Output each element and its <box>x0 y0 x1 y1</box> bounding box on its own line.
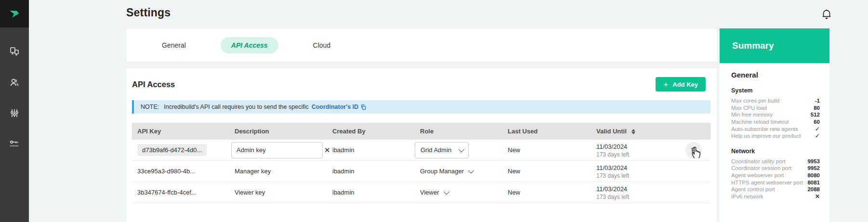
sidebar-item-users-icon[interactable] <box>4 72 25 92</box>
summary-section-general: General <box>731 71 820 79</box>
description-input-wrap: ✕ <box>231 142 323 158</box>
summary-row: Max cores per build-1 <box>731 97 820 104</box>
note-text: Incredibuild's API call requires you to … <box>164 104 308 110</box>
api-access-title: API Access <box>132 80 175 89</box>
valid-until-date: 11/03/2024 <box>596 143 683 151</box>
summary-row: Agent control port2088 <box>731 186 820 193</box>
incredibuild-settings-screen: Settings General API Access Cloud API Ac… <box>0 0 868 222</box>
col-header-api-key: API Key <box>132 128 229 135</box>
check-icon: ✓ <box>815 132 820 139</box>
note-prefix: NOTE: <box>141 104 159 110</box>
summary-group-system: System <box>731 87 820 94</box>
col-header-role: Role <box>415 128 502 135</box>
summary-value: 512 <box>811 112 820 118</box>
col-header-description: Description <box>229 128 327 135</box>
summary-label: Coordinator session port <box>731 165 791 171</box>
summary-row: Help us improve our product✓ <box>731 132 820 140</box>
role-value: Group Manager <box>420 168 464 175</box>
plus-icon: + <box>663 80 668 89</box>
summary-label: HTTPS agent webserver port <box>731 180 803 185</box>
chevron-down-icon <box>459 146 465 153</box>
sidebar-item-api-keys-icon[interactable] <box>4 134 25 154</box>
col-header-created-by: Created By <box>327 128 415 135</box>
summary-label: Agent control port <box>731 186 775 192</box>
role-dropdown[interactable]: Viewer <box>420 189 502 196</box>
description-input[interactable] <box>237 146 321 154</box>
summary-label: Max CPU load <box>731 105 767 111</box>
created-by-value: ibadmin <box>327 189 415 196</box>
summary-label: Min free memory <box>731 112 773 118</box>
summary-row: HTTPS agent webserver port8081 <box>731 179 820 186</box>
role-dropdown[interactable]: Grid Admin <box>415 142 469 158</box>
api-key-value[interactable]: 33ce95a3-d980-4b... <box>132 168 229 175</box>
col-header-valid-until[interactable]: Valid Until <box>591 128 683 135</box>
copy-icon[interactable] <box>360 104 367 110</box>
summary-title: Summary <box>732 40 774 51</box>
check-icon: ✓ <box>815 126 820 132</box>
summary-header: Summary <box>720 28 829 63</box>
tab-cloud[interactable]: Cloud <box>302 37 342 53</box>
role-dropdown[interactable]: Group Manager <box>420 168 502 175</box>
summary-label: Help us improve our product <box>731 133 801 139</box>
valid-until-label: Valid Until <box>596 128 627 135</box>
summary-label: Agent webserver port <box>731 172 784 178</box>
summary-value: 80 <box>814 105 820 111</box>
valid-until-cell: 11/03/2024 173 days left <box>591 163 683 180</box>
summary-value: -1 <box>815 98 820 104</box>
add-key-button[interactable]: + Add Key <box>656 77 706 91</box>
sidebar-nav <box>0 41 29 154</box>
description-value[interactable]: Viewer key <box>229 189 327 196</box>
role-value: Viewer <box>420 189 439 196</box>
summary-label: Max cores per build <box>731 98 779 104</box>
summary-row: Max CPU load80 <box>731 104 820 112</box>
summary-value: 9953 <box>807 158 820 164</box>
summary-panel: Summary General System Max cores per bui… <box>720 28 829 222</box>
settings-tab-bar: General API Access Cloud <box>126 29 717 62</box>
summary-row: IPv6 network✕ <box>731 193 820 200</box>
incredibuild-logo[interactable] <box>0 0 29 27</box>
summary-value: 9952 <box>807 165 820 171</box>
role-value: Grid Admin <box>421 146 451 154</box>
cross-icon: ✕ <box>815 193 820 200</box>
summary-value: 8081 <box>807 180 820 185</box>
table-row: 33ce95a3-d980-4b... Manager key ibadmin … <box>132 161 710 182</box>
page-title: Settings <box>126 6 171 19</box>
summary-label: Machine reload timeout <box>731 119 789 125</box>
sidebar-item-settings-sliders-icon[interactable] <box>4 103 25 123</box>
summary-value: 60 <box>814 119 820 125</box>
tab-api-access[interactable]: API Access <box>221 37 278 53</box>
sidebar-item-agents-icon[interactable] <box>4 41 25 62</box>
notifications-bell-icon[interactable] <box>819 7 834 22</box>
table-header-row: API Key Description Created By Role Last… <box>132 123 710 140</box>
incredibuild-logo-icon <box>7 7 22 21</box>
tab-general[interactable]: General <box>151 37 197 53</box>
coordinator-id-link[interactable]: Coordinator's ID <box>312 104 367 110</box>
summary-row: Agent webserver port8080 <box>731 172 820 179</box>
delete-key-button[interactable] <box>685 142 702 158</box>
created-by-value: ibadmin <box>327 146 415 154</box>
summary-group-network: Network <box>731 148 820 155</box>
coordinator-id-link-label: Coordinator's ID <box>312 104 358 110</box>
api-key-value[interactable]: d73b9af6-d472-4d0... <box>137 144 207 156</box>
summary-label: Coordinator utility port <box>731 158 786 164</box>
last-used-value: New <box>502 168 591 175</box>
summary-label: IPv6 network <box>731 194 763 199</box>
note-banner: NOTE: Incredibuild's API call requires y… <box>132 100 710 114</box>
description-value[interactable]: Manager key <box>229 168 327 175</box>
summary-value: 2088 <box>807 186 820 192</box>
api-key-value[interactable]: 3b347674-ffcb-4cef... <box>132 189 229 196</box>
created-by-value: ibadmin <box>327 168 415 175</box>
last-used-value: New <box>502 146 591 154</box>
add-key-label: Add Key <box>672 81 698 88</box>
summary-row: Coordinator utility port9953 <box>731 158 820 165</box>
sidebar <box>0 0 29 222</box>
chevron-down-icon <box>443 189 449 195</box>
summary-label: Auto-subscribe new agents <box>731 126 798 132</box>
summary-network-rows: Coordinator utility port9953 Coordinator… <box>731 158 820 200</box>
sort-icon[interactable] <box>631 129 635 134</box>
trash-icon <box>690 146 697 154</box>
table-row: d73b9af6-d472-4d0... ✕ ibadmin Grid Admi… <box>132 140 710 161</box>
api-keys-table: API Key Description Created By Role Last… <box>132 123 710 203</box>
valid-until-cell: 11/03/2024 173 days left <box>591 142 683 159</box>
chevron-down-icon <box>468 168 474 174</box>
